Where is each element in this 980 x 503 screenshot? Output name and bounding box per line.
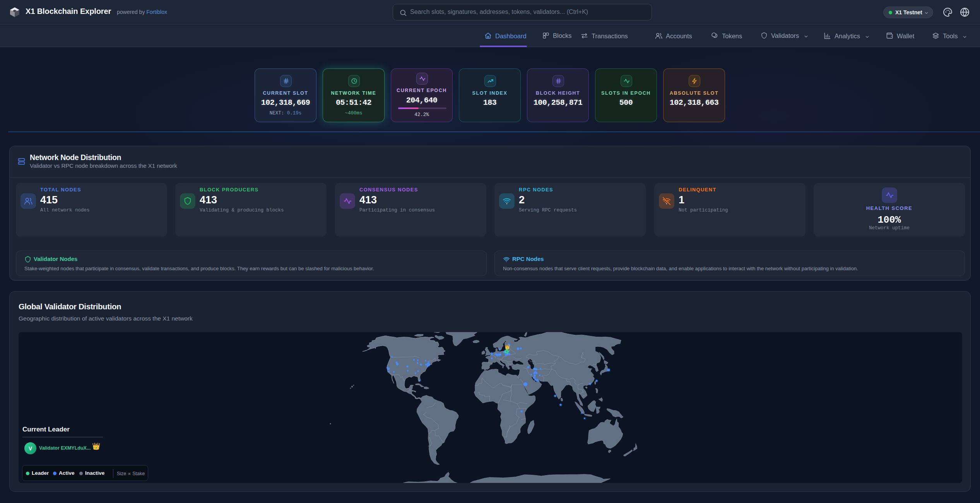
svg-text:👑: 👑 [505, 344, 510, 350]
